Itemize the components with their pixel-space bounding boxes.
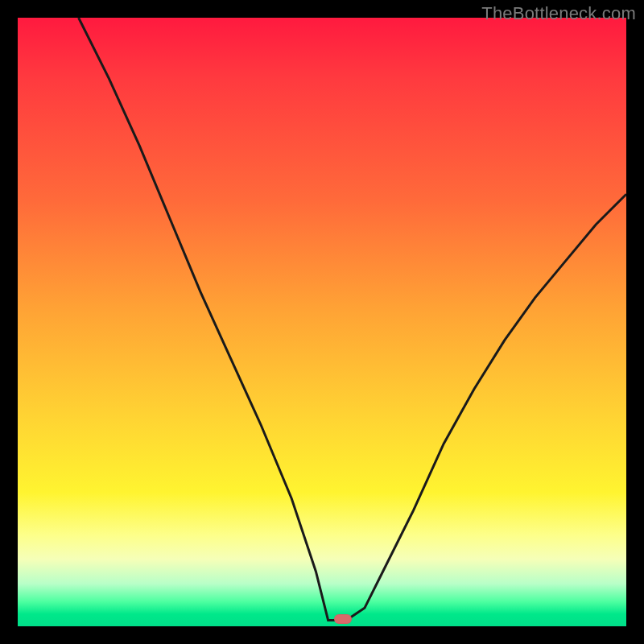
curve-svg [18, 18, 626, 626]
bottleneck-curve-path [79, 18, 626, 620]
plot-area [18, 18, 626, 626]
chart-frame: TheBottleneck.com [0, 0, 644, 644]
watermark-text: TheBottleneck.com [481, 3, 636, 24]
optimal-marker [334, 614, 352, 624]
